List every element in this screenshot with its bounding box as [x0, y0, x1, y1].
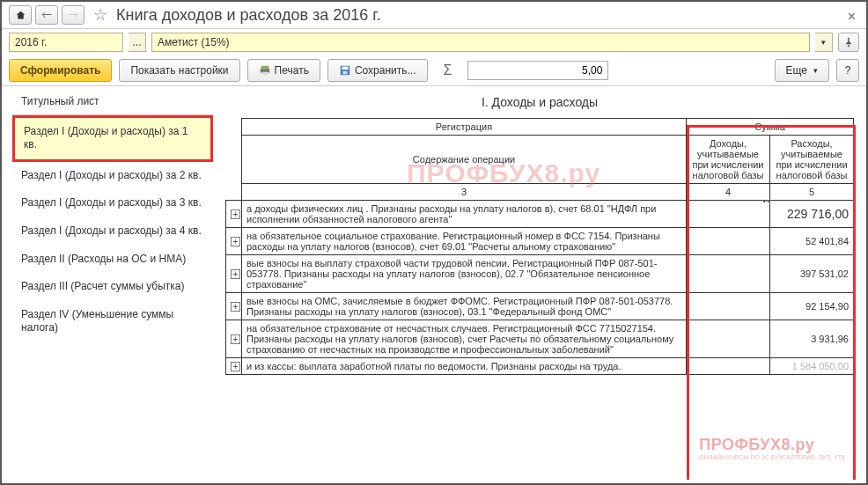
row-income: [686, 201, 769, 228]
sidebar-item-5[interactable]: Раздел II (Расходы на ОС и НМА): [12, 246, 213, 274]
svg-rect-2: [261, 72, 268, 76]
colnum-3: 3: [242, 184, 687, 201]
row-description: а доходы физических лиц . Признаны расхо…: [242, 201, 687, 228]
row-expense: 92 154,90: [769, 293, 853, 320]
table-row: +вые взносы на ОМС, зачисляемые в бюджет…: [226, 293, 854, 320]
expand-toggle[interactable]: +: [226, 358, 242, 375]
expand-toggle[interactable]: +: [226, 320, 242, 358]
row-income: [686, 320, 769, 358]
sidebar-item-3[interactable]: Раздел I (Доходы и расходы) за 3 кв.: [12, 189, 213, 217]
col-income: Доходы, учитываемые при исчислении налог…: [686, 136, 769, 184]
chevron-down-icon: ▾: [813, 66, 818, 75]
pin-button[interactable]: [838, 33, 859, 52]
table-row: +на обязательное страхование от несчастн…: [226, 320, 854, 358]
svg-rect-0: [261, 66, 268, 70]
generate-button[interactable]: Сформировать: [9, 59, 112, 82]
colnum-4: 4: [686, 184, 769, 201]
expand-toggle[interactable]: +: [226, 293, 242, 320]
row-income: [686, 255, 769, 293]
row-income: [686, 293, 769, 320]
col-sum-group: Сумма: [686, 119, 853, 136]
expand-toggle[interactable]: +: [226, 255, 242, 293]
show-settings-button[interactable]: Показать настройки: [119, 59, 239, 82]
expand-toggle[interactable]: +: [226, 201, 242, 228]
organization-dropdown-icon[interactable]: ▾: [815, 33, 833, 52]
expand-toggle[interactable]: +: [226, 228, 242, 255]
sidebar-item-1[interactable]: Раздел I (Доходы и расходы) за 1 кв.: [12, 115, 213, 162]
row-description: на обязательное страхование от несчастны…: [242, 320, 687, 358]
diskette-icon: [339, 64, 351, 77]
sidebar-item-6[interactable]: Раздел III (Расчет суммы убытка): [12, 273, 213, 301]
save-label: Сохранить...: [355, 64, 416, 77]
sidebar-item-7[interactable]: Раздел IV (Уменьшение суммы налога): [12, 301, 213, 342]
row-income: [686, 228, 769, 255]
row-description: на обязательное социальное страхование. …: [242, 228, 687, 255]
table-row: +вые взносы на выплату страховой части т…: [226, 255, 854, 293]
row-description: вые взносы на ОМС, зачисляемые в бюджет …: [242, 293, 687, 320]
table-row: +и из кассы: выплата заработной платы по…: [226, 358, 854, 375]
table-row: +а доходы физических лиц . Признаны расх…: [226, 201, 854, 228]
sidebar-item-4[interactable]: Раздел I (Доходы и расходы) за 4 кв.: [12, 217, 213, 246]
page-title: Книга доходов и расходов за 2016 г.: [116, 6, 381, 25]
close-icon[interactable]: ×: [848, 9, 856, 25]
period-field[interactable]: 2016 г.: [9, 33, 123, 52]
col-expense: Расходы, учитываемые при исчислении нало…: [769, 136, 853, 184]
print-label: Печать: [275, 64, 309, 77]
row-income: [686, 358, 769, 375]
organization-field[interactable]: Аметист (15%): [151, 33, 810, 52]
report-heading: I. Доходы и расходы: [225, 90, 854, 118]
row-expense: 52 401,84: [769, 228, 853, 255]
more-label: Еще: [786, 64, 807, 77]
table-row: +на обязательное социальное страхование.…: [226, 228, 854, 255]
more-button[interactable]: Еще ▾: [775, 59, 829, 82]
col-registration: Регистрация: [242, 119, 687, 136]
row-expense: 397 531,02: [769, 255, 853, 293]
printer-icon: [259, 64, 271, 77]
row-expense: 1 584 050,00: [769, 358, 853, 375]
row-description: вые взносы на выплату страховой части тр…: [242, 255, 687, 293]
svg-rect-5: [342, 71, 347, 75]
favorite-star-icon[interactable]: ☆: [93, 5, 107, 25]
sidebar-item-2[interactable]: Раздел I (Доходы и расходы) за 2 кв.: [12, 162, 213, 190]
sum-field[interactable]: [467, 61, 608, 80]
sidebar-item-0[interactable]: Титульный лист: [12, 92, 213, 115]
back-button[interactable]: 🡐: [35, 5, 58, 25]
save-button[interactable]: Сохранить...: [327, 59, 428, 82]
row-expense: 3 931,96: [769, 320, 853, 358]
row-description: и из кассы: выплата заработной платы по …: [242, 358, 687, 375]
watermark-corner: ПРОФБУХ8.ру ОНЛАЙН КУРСЫ ПО 1С БУХГАЛТЕР…: [699, 436, 845, 460]
forward-button[interactable]: 🡒: [62, 5, 85, 25]
period-select-button[interactable]: ...: [129, 33, 146, 52]
colnum-5: 5: [769, 184, 853, 201]
row-expense: 229 716,00: [769, 201, 853, 228]
home-button[interactable]: [9, 5, 32, 25]
sigma-icon: Σ: [435, 62, 461, 78]
print-button[interactable]: Печать: [247, 59, 320, 82]
help-button[interactable]: ?: [836, 59, 859, 82]
svg-rect-4: [342, 67, 348, 70]
col-description: Содержание операции: [242, 136, 687, 184]
